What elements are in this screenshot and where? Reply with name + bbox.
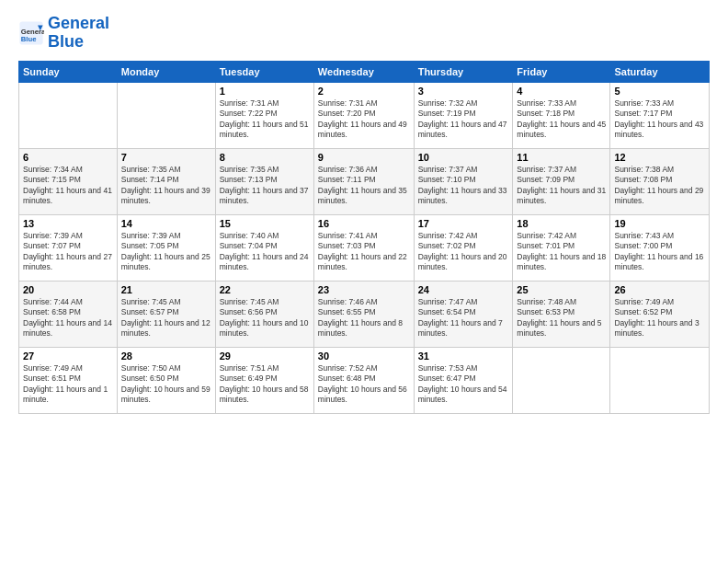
day-number: 25: [517, 284, 606, 295]
day-number: 4: [517, 86, 606, 97]
calendar-cell: 4Sunrise: 7:33 AM Sunset: 7:18 PM Daylig…: [513, 82, 610, 148]
calendar-cell: 21Sunrise: 7:45 AM Sunset: 6:57 PM Dayli…: [117, 281, 215, 347]
day-number: 3: [418, 86, 509, 97]
day-number: 1: [220, 86, 310, 97]
calendar-cell: 26Sunrise: 7:49 AM Sunset: 6:52 PM Dayli…: [610, 281, 710, 347]
day-number: 9: [318, 152, 410, 163]
calendar-cell: 1Sunrise: 7:31 AM Sunset: 7:22 PM Daylig…: [215, 82, 313, 148]
day-header-saturday: Saturday: [610, 61, 710, 82]
calendar-cell: [19, 82, 118, 148]
day-info: Sunrise: 7:37 AM Sunset: 7:09 PM Dayligh…: [517, 165, 606, 207]
calendar-cell: 29Sunrise: 7:51 AM Sunset: 6:49 PM Dayli…: [215, 347, 313, 413]
week-row-5: 27Sunrise: 7:49 AM Sunset: 6:51 PM Dayli…: [19, 347, 710, 413]
day-number: 8: [220, 152, 310, 163]
day-number: 26: [614, 284, 705, 295]
day-info: Sunrise: 7:35 AM Sunset: 7:13 PM Dayligh…: [220, 165, 310, 207]
calendar-cell: 16Sunrise: 7:41 AM Sunset: 7:03 PM Dayli…: [313, 214, 414, 281]
calendar-cell: 12Sunrise: 7:38 AM Sunset: 7:08 PM Dayli…: [610, 148, 710, 214]
calendar-cell: [117, 82, 215, 148]
day-header-tuesday: Tuesday: [215, 61, 313, 82]
header: General Blue GeneralBlue: [18, 15, 710, 52]
calendar-cell: 22Sunrise: 7:45 AM Sunset: 6:56 PM Dayli…: [215, 281, 313, 347]
calendar-cell: 5Sunrise: 7:33 AM Sunset: 7:17 PM Daylig…: [610, 82, 710, 148]
day-info: Sunrise: 7:33 AM Sunset: 7:18 PM Dayligh…: [517, 98, 606, 141]
day-number: 12: [614, 152, 705, 163]
calendar-cell: 11Sunrise: 7:37 AM Sunset: 7:09 PM Dayli…: [513, 148, 610, 214]
day-number: 7: [121, 152, 211, 163]
week-row-3: 13Sunrise: 7:39 AM Sunset: 7:07 PM Dayli…: [19, 214, 710, 281]
day-number: 16: [318, 218, 410, 229]
day-info: Sunrise: 7:32 AM Sunset: 7:19 PM Dayligh…: [418, 98, 509, 141]
day-header-thursday: Thursday: [414, 61, 513, 82]
logo: General Blue GeneralBlue: [18, 15, 109, 52]
day-number: 24: [418, 284, 509, 295]
calendar-cell: 20Sunrise: 7:44 AM Sunset: 6:58 PM Dayli…: [19, 281, 118, 347]
day-info: Sunrise: 7:35 AM Sunset: 7:14 PM Dayligh…: [121, 165, 211, 207]
day-number: 19: [614, 218, 705, 229]
day-header-wednesday: Wednesday: [313, 61, 414, 82]
day-info: Sunrise: 7:41 AM Sunset: 7:03 PM Dayligh…: [318, 231, 410, 273]
day-number: 13: [23, 218, 113, 229]
calendar-cell: 15Sunrise: 7:40 AM Sunset: 7:04 PM Dayli…: [215, 214, 313, 281]
calendar-cell: 19Sunrise: 7:43 AM Sunset: 7:00 PM Dayli…: [610, 214, 710, 281]
calendar-cell: 10Sunrise: 7:37 AM Sunset: 7:10 PM Dayli…: [414, 148, 513, 214]
day-number: 17: [418, 218, 509, 229]
day-info: Sunrise: 7:46 AM Sunset: 6:55 PM Dayligh…: [318, 297, 410, 339]
calendar-cell: 14Sunrise: 7:39 AM Sunset: 7:05 PM Dayli…: [117, 214, 215, 281]
day-info: Sunrise: 7:44 AM Sunset: 6:58 PM Dayligh…: [23, 297, 113, 339]
day-number: 14: [121, 218, 211, 229]
day-info: Sunrise: 7:49 AM Sunset: 6:52 PM Dayligh…: [614, 297, 705, 339]
calendar-cell: 28Sunrise: 7:50 AM Sunset: 6:50 PM Dayli…: [117, 347, 215, 413]
day-info: Sunrise: 7:53 AM Sunset: 6:47 PM Dayligh…: [418, 363, 509, 406]
day-info: Sunrise: 7:39 AM Sunset: 7:07 PM Dayligh…: [23, 231, 113, 273]
day-info: Sunrise: 7:31 AM Sunset: 7:20 PM Dayligh…: [318, 98, 410, 141]
calendar-cell: 8Sunrise: 7:35 AM Sunset: 7:13 PM Daylig…: [215, 148, 313, 214]
day-number: 23: [318, 284, 410, 295]
day-header-monday: Monday: [117, 61, 215, 82]
calendar-cell: 25Sunrise: 7:48 AM Sunset: 6:53 PM Dayli…: [513, 281, 610, 347]
day-number: 2: [318, 86, 410, 97]
calendar-page: General Blue GeneralBlue SundayMondayTue…: [0, 0, 728, 563]
day-header-sunday: Sunday: [19, 61, 118, 82]
calendar-cell: 6Sunrise: 7:34 AM Sunset: 7:15 PM Daylig…: [19, 148, 118, 214]
day-info: Sunrise: 7:45 AM Sunset: 6:57 PM Dayligh…: [121, 297, 211, 339]
calendar-cell: [513, 347, 610, 413]
calendar-cell: 3Sunrise: 7:32 AM Sunset: 7:19 PM Daylig…: [414, 82, 513, 148]
day-number: 21: [121, 284, 211, 295]
day-info: Sunrise: 7:45 AM Sunset: 6:56 PM Dayligh…: [220, 297, 310, 339]
calendar-cell: 7Sunrise: 7:35 AM Sunset: 7:14 PM Daylig…: [117, 148, 215, 214]
day-header-friday: Friday: [513, 61, 610, 82]
calendar-cell: 9Sunrise: 7:36 AM Sunset: 7:11 PM Daylig…: [313, 148, 414, 214]
day-number: 5: [614, 86, 705, 97]
calendar-cell: [610, 347, 710, 413]
day-number: 27: [23, 350, 113, 362]
day-number: 20: [23, 284, 113, 295]
day-info: Sunrise: 7:51 AM Sunset: 6:49 PM Dayligh…: [220, 363, 310, 406]
day-number: 6: [23, 152, 113, 163]
calendar-cell: 18Sunrise: 7:42 AM Sunset: 7:01 PM Dayli…: [513, 214, 610, 281]
week-row-1: 1Sunrise: 7:31 AM Sunset: 7:22 PM Daylig…: [19, 82, 710, 148]
day-number: 29: [220, 350, 310, 362]
day-number: 10: [418, 152, 509, 163]
day-info: Sunrise: 7:31 AM Sunset: 7:22 PM Dayligh…: [220, 98, 310, 141]
day-info: Sunrise: 7:42 AM Sunset: 7:02 PM Dayligh…: [418, 231, 509, 273]
day-number: 30: [318, 350, 410, 362]
calendar-cell: 31Sunrise: 7:53 AM Sunset: 6:47 PM Dayli…: [414, 347, 513, 413]
calendar-cell: 17Sunrise: 7:42 AM Sunset: 7:02 PM Dayli…: [414, 214, 513, 281]
day-number: 31: [418, 350, 509, 362]
calendar-cell: 13Sunrise: 7:39 AM Sunset: 7:07 PM Dayli…: [19, 214, 118, 281]
day-number: 28: [121, 350, 211, 362]
week-row-4: 20Sunrise: 7:44 AM Sunset: 6:58 PM Dayli…: [19, 281, 710, 347]
day-info: Sunrise: 7:47 AM Sunset: 6:54 PM Dayligh…: [418, 297, 509, 339]
week-row-2: 6Sunrise: 7:34 AM Sunset: 7:15 PM Daylig…: [19, 148, 710, 214]
day-info: Sunrise: 7:40 AM Sunset: 7:04 PM Dayligh…: [220, 231, 310, 273]
day-info: Sunrise: 7:50 AM Sunset: 6:50 PM Dayligh…: [121, 363, 211, 406]
svg-text:Blue: Blue: [21, 35, 37, 43]
logo-icon: General Blue: [18, 20, 44, 46]
day-info: Sunrise: 7:38 AM Sunset: 7:08 PM Dayligh…: [614, 165, 705, 207]
calendar-cell: 24Sunrise: 7:47 AM Sunset: 6:54 PM Dayli…: [414, 281, 513, 347]
day-info: Sunrise: 7:48 AM Sunset: 6:53 PM Dayligh…: [517, 297, 606, 339]
day-info: Sunrise: 7:43 AM Sunset: 7:00 PM Dayligh…: [614, 231, 705, 273]
day-info: Sunrise: 7:34 AM Sunset: 7:15 PM Dayligh…: [23, 165, 113, 207]
header-row: SundayMondayTuesdayWednesdayThursdayFrid…: [19, 61, 710, 82]
